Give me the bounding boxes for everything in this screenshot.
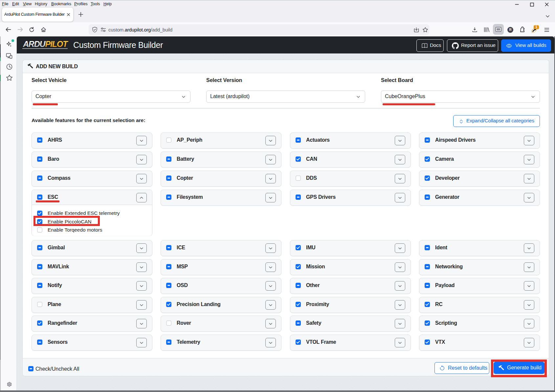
svg-text:ARDUPILOT: ARDUPILOT: [23, 39, 69, 49]
